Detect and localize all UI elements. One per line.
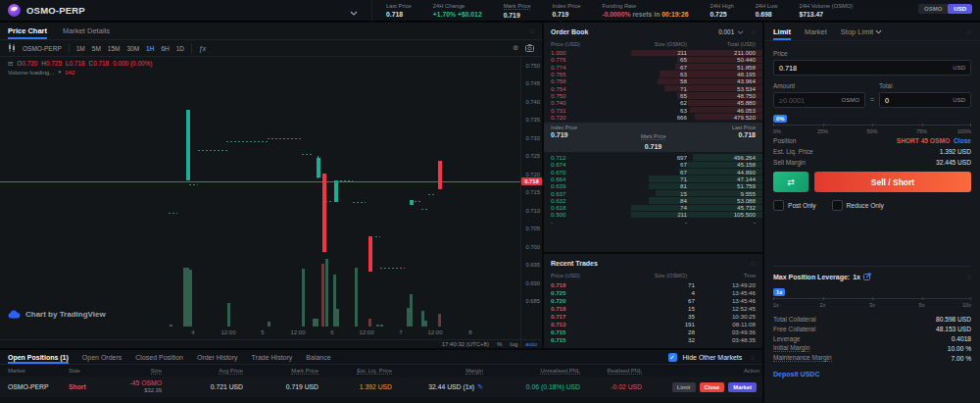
slider-badge[interactable]: 1x [773, 288, 785, 296]
tradingview-attribution[interactable]: Chart by TradingView [8, 310, 106, 319]
camera-icon[interactable] [525, 44, 534, 53]
timeframe-30m[interactable]: 30M [126, 45, 139, 52]
price-input[interactable]: 0.718 USD [773, 60, 971, 76]
chevron-down-icon[interactable]: ▾ [58, 69, 61, 76]
close-position-link[interactable]: Close [954, 137, 971, 144]
bid-row[interactable]: 0.712697496.264 [544, 154, 762, 161]
candle[interactable] [438, 161, 442, 188]
close-order-button[interactable]: Close [700, 382, 725, 392]
chart-area[interactable]: ⊟ O0.720H0.725L0.718C0.718 0.000 (0.00%)… [0, 57, 542, 348]
ask-row[interactable]: 0.7406245.880 [544, 99, 762, 106]
tab-stop-limit[interactable]: Stop Limit [841, 23, 882, 40]
chart-plot[interactable] [0, 57, 520, 348]
bid-row[interactable]: 0.637159.555 [544, 189, 762, 196]
bid-row[interactable]: 0.6328453.088 [544, 197, 762, 204]
edit-leverage-icon[interactable] [863, 273, 871, 281]
tab-price-chart[interactable]: Price Chart [8, 23, 47, 39]
auto-scale-button[interactable]: auto [525, 341, 537, 347]
trade-row[interactable]: 0.7181512:52:45 [544, 304, 762, 312]
hide-other-markets-checkbox[interactable]: ✓ [668, 353, 677, 362]
candle[interactable] [317, 158, 320, 177]
timeframe-5m[interactable]: 5M [92, 45, 101, 52]
chevron-down-icon[interactable] [350, 2, 358, 20]
amount-input[interactable]: ≥0.0001 OSMO [773, 92, 865, 108]
checkbox-box[interactable] [832, 200, 843, 211]
price-input-value[interactable]: 0.718 [779, 64, 797, 73]
candlestick-icon[interactable] [8, 43, 16, 53]
drag-handle-icon[interactable]: ◌ [966, 27, 971, 36]
attribution-text[interactable]: Chart by TradingView [25, 310, 106, 319]
indicators-icon[interactable]: ƒx [199, 45, 206, 52]
total-input-value[interactable]: 0 [885, 96, 889, 105]
bid-row[interactable]: 0.6187445.732 [544, 204, 762, 211]
gear-icon[interactable]: ⚙ [513, 44, 518, 53]
amount-placeholder[interactable]: ≥0.0001 [779, 96, 805, 105]
total-input[interactable]: 0 USD [879, 92, 971, 108]
tab-closed-position[interactable]: Closed Position [135, 350, 183, 364]
ask-row[interactable]: 1.000211211.000 [544, 49, 762, 56]
drag-handle-icon[interactable]: ◌ [966, 273, 971, 281]
market-order-button[interactable]: Market [728, 382, 757, 392]
checkbox-post-only[interactable]: Post Only [773, 200, 816, 211]
candle[interactable] [186, 110, 190, 180]
ask-row[interactable]: 0.7316346.053 [544, 106, 762, 113]
candle[interactable] [334, 180, 338, 202]
timeframe-1d[interactable]: 1D [176, 45, 184, 52]
candle[interactable] [322, 174, 326, 252]
ask-row[interactable]: 0.7746751.858 [544, 64, 762, 71]
leverage-slider[interactable]: 1x1x2x3x5x10x [773, 288, 971, 308]
log-scale-button[interactable]: log [510, 341, 517, 347]
trade-row[interactable]: 0.7152803:49:36 [544, 327, 762, 335]
amount-percent-slider[interactable]: 0%0%25%50%75%100% [773, 115, 971, 134]
position-row[interactable]: OSMO-PERPShort-45 OSMO$32.390.721 USD0.7… [0, 377, 762, 397]
bid-row[interactable]: 0.500211105.500 [544, 211, 762, 218]
drag-handle-icon[interactable]: ◌ [529, 26, 534, 35]
trade-row[interactable]: 0.71319108:11:08 [544, 320, 762, 327]
candle[interactable] [368, 236, 372, 273]
trade-row[interactable]: 0.7153203:48:35 [544, 335, 762, 343]
toggle-osmo[interactable]: OSMO [918, 4, 948, 14]
drag-handle-icon[interactable]: ◌ [750, 353, 755, 362]
toolbar-symbol[interactable]: OSMO-PERP [23, 45, 62, 52]
trade-row[interactable]: 0.7187113:49:20 [544, 280, 762, 288]
bid-row[interactable]: 0.6706744.890 [544, 169, 762, 176]
bid-row[interactable]: 0.6647147.144 [544, 176, 762, 182]
tab-limit[interactable]: Limit [773, 23, 791, 40]
timeframe-15m[interactable]: 15M [108, 45, 121, 52]
toggle-usd[interactable]: USD [948, 4, 972, 14]
unit-toggle[interactable]: OSMO USD [918, 4, 972, 14]
slider-badge[interactable]: 0% [773, 115, 787, 123]
tab-trade-history[interactable]: Trade History [252, 350, 293, 364]
trade-row[interactable]: 0.725413:45:46 [544, 288, 762, 296]
time-axis[interactable]: 412:00512:00612:00712:008 [0, 329, 520, 339]
ask-row[interactable]: 0.7585843.964 [544, 77, 762, 84]
trade-row[interactable]: 0.7173510:30:25 [544, 312, 762, 320]
trade-row[interactable]: 0.7206713:45:46 [544, 296, 762, 304]
timeframe-6h[interactable]: 6H [161, 45, 169, 52]
percent-scale-button[interactable]: % [497, 341, 502, 347]
grouping-select[interactable]: 0.001 ◌ [718, 27, 756, 36]
tab-market[interactable]: Market [805, 23, 827, 40]
ask-row[interactable]: 0.7506548.750 [544, 92, 762, 99]
bid-row[interactable]: 0.6746745.158 [544, 161, 762, 168]
checkbox-box[interactable] [773, 200, 784, 211]
checkbox-reduce-only[interactable]: Reduce Only [832, 200, 884, 211]
tab-open-orders[interactable]: Open Orders [82, 350, 122, 364]
candle[interactable] [410, 200, 414, 205]
bid-row[interactable]: 0.6398151.759 [544, 182, 762, 189]
drag-handle-icon[interactable]: ◌ [751, 259, 756, 268]
timeframe-1h[interactable]: 1H [146, 45, 154, 52]
tab-open-positions-1-[interactable]: Open Positions (1) [8, 350, 69, 364]
drag-handle-icon[interactable]: ◌ [751, 27, 756, 36]
ask-row[interactable]: 0.7547153.534 [544, 84, 762, 91]
limit-order-button[interactable]: Limit [672, 382, 696, 392]
bid-row[interactable]: --- [544, 219, 762, 226]
price-axis[interactable]: 0.7500.7450.7400.7350.7300.7250.7200.715… [520, 57, 542, 348]
ask-row[interactable]: 0.7656348.195 [544, 71, 762, 77]
ask-row[interactable]: 0.720666479.520 [544, 114, 762, 121]
deposit-usdc-link[interactable]: Deposit USDC [773, 371, 971, 378]
tab-order-history[interactable]: Order History [197, 350, 238, 364]
switch-side-button[interactable]: ⇄ [773, 172, 808, 192]
collapse-legend-icon[interactable]: ⊟ [8, 60, 13, 68]
tab-market-details[interactable]: Market Details [63, 23, 110, 39]
